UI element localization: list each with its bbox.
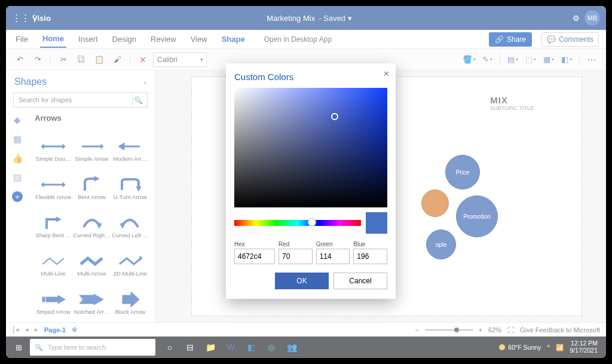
dialog-title: Custom Colors: [234, 72, 387, 82]
blue-input[interactable]: [353, 249, 387, 264]
hex-label: Hex: [234, 241, 275, 247]
blue-label: Blue: [353, 241, 387, 247]
cancel-button[interactable]: Cancel: [333, 273, 387, 289]
custom-colors-dialog: ✕ Custom Colors Hex Red Green: [226, 63, 396, 299]
green-input[interactable]: [316, 249, 350, 264]
close-icon[interactable]: ✕: [383, 69, 390, 78]
saturation-value-picker[interactable]: [234, 88, 387, 207]
color-preview-swatch: [366, 212, 387, 234]
red-input[interactable]: [279, 249, 313, 264]
ok-button[interactable]: OK: [275, 273, 329, 289]
hue-slider[interactable]: [234, 220, 361, 226]
sv-thumb[interactable]: [331, 113, 338, 120]
hex-input[interactable]: [234, 249, 275, 264]
hue-thumb[interactable]: [308, 218, 316, 227]
green-label: Green: [316, 241, 350, 247]
red-label: Red: [279, 241, 313, 247]
